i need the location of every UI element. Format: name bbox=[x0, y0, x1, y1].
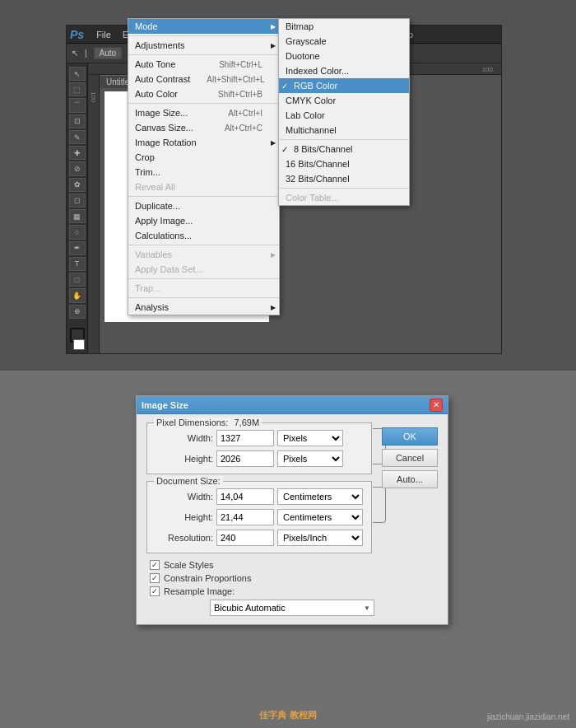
mode-divider-2 bbox=[279, 188, 409, 189]
menu-apply-image[interactable]: Apply Image... bbox=[128, 213, 279, 228]
resample-method-dropdown[interactable]: Bicubic Automatic ▼ bbox=[210, 600, 374, 616]
scale-styles-checkbox[interactable]: ✓ bbox=[150, 560, 160, 570]
mode-color-table[interactable]: Color Table... bbox=[279, 190, 409, 205]
cancel-button[interactable]: Cancel bbox=[382, 449, 438, 467]
dialog-buttons: OK Cancel Auto... bbox=[382, 427, 438, 488]
mode-rgb[interactable]: ✓ RGB Color bbox=[279, 78, 409, 93]
pixel-dimensions-value: 7,69M bbox=[234, 418, 259, 427]
resolution-input[interactable] bbox=[216, 530, 274, 546]
divider-2 bbox=[128, 54, 279, 55]
tool-background-color[interactable] bbox=[73, 339, 85, 350]
resample-image-row: ✓ Resample Image: bbox=[146, 586, 438, 596]
ps-logo: Ps bbox=[70, 28, 84, 41]
menu-image-size[interactable]: Image Size... Alt+Ctrl+I bbox=[128, 105, 279, 120]
tool-hand[interactable]: ✋ bbox=[69, 288, 86, 302]
tool-dodge[interactable]: ○ bbox=[69, 225, 86, 239]
divider-3 bbox=[128, 103, 279, 104]
mode-indexed[interactable]: Indexed Color... bbox=[279, 63, 409, 78]
divider-7 bbox=[128, 297, 279, 298]
menu-calculations[interactable]: Calculations... bbox=[128, 228, 279, 243]
menu-auto-color[interactable]: Auto Color Shift+Ctrl+B bbox=[128, 86, 279, 101]
mode-lab[interactable]: Lab Color bbox=[279, 108, 409, 123]
auto-button[interactable]: Auto... bbox=[382, 470, 438, 488]
divider-1 bbox=[128, 35, 279, 36]
tool-crop[interactable]: ⊡ bbox=[69, 114, 86, 128]
tool-heal[interactable]: ✚ bbox=[69, 146, 86, 160]
tool-select[interactable]: ⬚ bbox=[69, 82, 86, 96]
menu-image-rotation[interactable]: Image Rotation bbox=[128, 135, 279, 150]
auto-option[interactable]: Auto bbox=[94, 47, 123, 59]
doc-height-unit-select[interactable]: Centimeters bbox=[277, 509, 363, 525]
menu-apply-data-set[interactable]: Apply Data Set... bbox=[128, 262, 279, 277]
tool-eyedropper[interactable]: ✎ bbox=[69, 130, 86, 144]
menu-auto-tone[interactable]: Auto Tone Shift+Ctrl+L bbox=[128, 57, 279, 72]
resample-method-value: Bicubic Automatic bbox=[214, 603, 286, 613]
pixel-height-input[interactable] bbox=[216, 450, 274, 467]
doc-width-unit-select[interactable]: Centimeters bbox=[277, 488, 363, 505]
scale-styles-label: Scale Styles bbox=[164, 560, 214, 570]
pixel-width-input[interactable] bbox=[216, 430, 274, 446]
mode-cmyk[interactable]: CMYK Color bbox=[279, 93, 409, 108]
mode-duotone[interactable]: Duotone bbox=[279, 49, 409, 63]
menu-file[interactable]: File bbox=[91, 28, 117, 41]
photoshop-section: Ps File Edit Image Layer Type Select Fil… bbox=[0, 0, 576, 371]
menu-analysis[interactable]: Analysis bbox=[128, 300, 279, 315]
pixel-dimensions-group: Pixel Dimensions: 7,69M Width: Pixels He… bbox=[146, 422, 372, 474]
divider-4 bbox=[128, 196, 279, 197]
constrain-checkbox[interactable]: ✓ bbox=[150, 573, 160, 583]
menu-auto-contrast[interactable]: Auto Contrast Alt+Shift+Ctrl+L bbox=[128, 72, 279, 86]
separator: | bbox=[85, 49, 87, 58]
menu-mode[interactable]: Mode bbox=[128, 19, 279, 34]
dropdown-arrow-icon: ▼ bbox=[364, 604, 370, 612]
scale-styles-row: ✓ Scale Styles bbox=[146, 560, 438, 570]
pixel-width-row: Width: Pixels bbox=[156, 430, 363, 446]
menu-crop[interactable]: Crop bbox=[128, 150, 279, 165]
doc-height-input[interactable] bbox=[216, 509, 274, 525]
ruler-mark-100: 100 bbox=[482, 66, 493, 73]
menu-trim[interactable]: Trim... bbox=[128, 165, 279, 180]
mode-32bit[interactable]: 32 Bits/Channel bbox=[279, 171, 409, 186]
tool-pen[interactable]: ✒ bbox=[69, 241, 86, 255]
tool-lasso[interactable]: ⌒ bbox=[69, 98, 86, 112]
mode-16bit[interactable]: 16 Bits/Channel bbox=[279, 156, 409, 171]
pixel-dimensions-label: Pixel Dimensions: 7,69M bbox=[154, 418, 262, 427]
constrain-label: Constrain Proportions bbox=[164, 573, 251, 583]
resolution-unit-select[interactable]: Pixels/Inch bbox=[277, 530, 363, 546]
tool-text[interactable]: T bbox=[69, 257, 86, 271]
resample-checkbox[interactable]: ✓ bbox=[150, 586, 160, 596]
mode-grayscale[interactable]: Grayscale bbox=[279, 34, 409, 49]
doc-width-input[interactable] bbox=[216, 488, 274, 505]
mode-submenu: Bitmap Grayscale Duotone Indexed Color..… bbox=[278, 18, 410, 206]
dialog-close-button[interactable]: ✕ bbox=[430, 399, 443, 412]
mode-bitmap[interactable]: Bitmap bbox=[279, 19, 409, 34]
tool-zoom[interactable]: ⊕ bbox=[69, 305, 86, 319]
mode-divider-1 bbox=[279, 139, 409, 140]
resample-label: Resample Image: bbox=[164, 586, 235, 596]
tool-brush[interactable]: ⊘ bbox=[69, 161, 86, 175]
ok-button[interactable]: OK bbox=[382, 427, 438, 446]
menu-canvas-size[interactable]: Canvas Size... Alt+Ctrl+C bbox=[128, 120, 279, 135]
ps-toolbox: ↖ ⬚ ⌒ ⊡ ✎ ✚ ⊘ ✿ ◻ ▦ ○ ✒ T □ ✋ ⊕ bbox=[67, 63, 88, 353]
tool-shape[interactable]: □ bbox=[69, 273, 86, 287]
menu-variables[interactable]: Variables bbox=[128, 247, 279, 262]
pixel-width-label: Width: bbox=[156, 433, 213, 443]
divider-6 bbox=[128, 278, 279, 279]
ruler-vertical: 100 bbox=[88, 75, 100, 353]
tool-arrow[interactable]: ↖ bbox=[69, 67, 86, 81]
pixel-width-unit-select[interactable]: Pixels bbox=[277, 430, 343, 446]
doc-width-label: Width: bbox=[156, 492, 213, 502]
menu-reveal-all[interactable]: Reveal All bbox=[128, 180, 279, 194]
menu-duplicate[interactable]: Duplicate... bbox=[128, 198, 279, 213]
watermark-site: 佳字典 教程网 bbox=[259, 709, 316, 721]
pixel-height-unit-select[interactable]: Pixels bbox=[277, 450, 343, 467]
divider-5 bbox=[128, 245, 279, 245]
mode-multichannel[interactable]: Multichannel bbox=[279, 123, 409, 138]
tool-eraser[interactable]: ◻ bbox=[69, 194, 86, 208]
menu-adjustments[interactable]: Adjustments bbox=[128, 38, 279, 53]
menu-trap[interactable]: Trap... bbox=[128, 281, 279, 296]
move-tool-icon: ↖ bbox=[72, 49, 78, 58]
tool-gradient[interactable]: ▦ bbox=[69, 209, 86, 223]
tool-clone[interactable]: ✿ bbox=[69, 178, 86, 192]
mode-8bit[interactable]: ✓ 8 Bits/Channel bbox=[279, 142, 409, 156]
checkmark-rgb: ✓ bbox=[281, 82, 288, 91]
